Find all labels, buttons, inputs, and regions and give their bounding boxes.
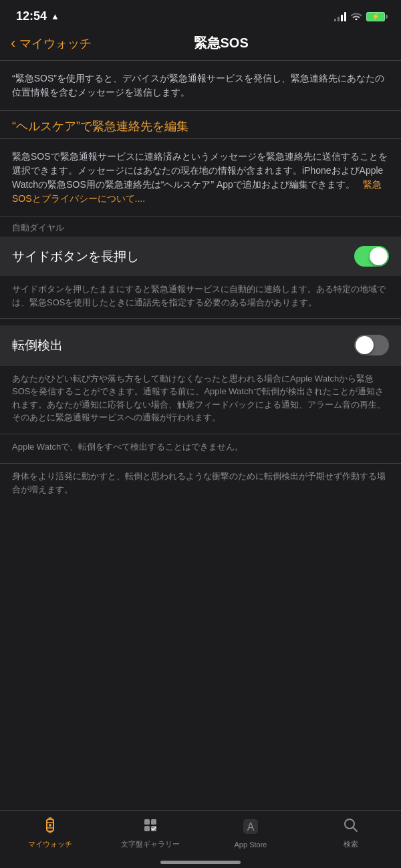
home-indicator — [160, 861, 241, 864]
my-watch-icon — [41, 816, 59, 837]
fall-detection-label: 転倒検出 — [12, 337, 63, 354]
status-bar: 12:54 ▲ ⚡ — [0, 0, 401, 29]
fall-detection-desc-3: 身体をより活発に動かすと、転倒と思われるような衝撃のために転倒検出が予期せず作動… — [0, 463, 401, 505]
back-chevron-icon: ‹ — [11, 36, 15, 51]
back-label: マイウォッチ — [19, 35, 92, 51]
fall-detection-desc-1: あなたがひどい転び方や落ち方をして動けなくなったと思われる場合にApple Wa… — [0, 366, 401, 434]
side-button-toggle[interactable] — [354, 246, 389, 267]
app-store-icon: A — [241, 817, 260, 839]
tab-bar: マイウォッチ 文字盤ギャラリー A App Store — [0, 810, 401, 868]
watch-face-label: 文字盤ギャラリー — [121, 839, 180, 849]
main-content: “緊急SOS”を使用すると、デバイスが緊急通報サービスを発信し、緊急連絡先にあな… — [0, 61, 401, 803]
search-label: 検索 — [344, 839, 358, 849]
svg-rect-6 — [144, 819, 150, 825]
status-time: 12:54 ▲ — [16, 9, 59, 23]
tab-my-watch[interactable]: マイウォッチ — [0, 816, 100, 849]
back-button[interactable]: ‹ マイウォッチ — [11, 35, 92, 51]
wifi-icon — [350, 11, 362, 23]
health-section-heading: “ヘルスケア”で緊急連絡先を編集 — [0, 110, 401, 138]
spacer-1 — [0, 319, 401, 325]
side-button-label: サイドボタンを長押し — [12, 248, 139, 265]
fall-detection-row: 転倒検出 — [0, 325, 401, 365]
battery-icon: ⚡ — [366, 12, 385, 21]
side-button-row: サイドボタンを長押し — [0, 237, 401, 276]
fall-detection-desc-2: Apple Watchで、転倒をすべて検出することはできません。 — [0, 434, 401, 463]
toggle-knob — [370, 247, 388, 265]
intro-text: “緊急SOS”を使用すると、デバイスが緊急通報サービスを発信し、緊急連絡先にあな… — [12, 71, 389, 100]
svg-line-13 — [354, 828, 358, 832]
intro-section: “緊急SOS”を使用すると、デバイスが緊急通報サービスを発信し、緊急連絡先にあな… — [0, 61, 401, 110]
signal-icon — [334, 12, 346, 21]
svg-point-5 — [49, 824, 51, 827]
svg-rect-8 — [144, 826, 150, 831]
auto-dial-label: 自動ダイヤル — [0, 216, 401, 237]
fall-detection-knob — [356, 336, 374, 354]
tab-app-store[interactable]: A App Store — [200, 817, 301, 849]
svg-rect-4 — [49, 831, 52, 834]
health-section: 緊急SOSで緊急通報サービスに連絡済みというメッセージを緊急連絡先に送信すること… — [0, 139, 401, 216]
svg-rect-7 — [151, 819, 156, 825]
tab-search[interactable]: 検索 — [301, 816, 401, 849]
auto-dial-description: サイドボタンを押したままにすると緊急通報サービスに自動的に連絡します。ある特定の… — [0, 276, 401, 318]
watch-face-icon — [141, 816, 160, 837]
fall-detection-toggle[interactable] — [354, 335, 389, 355]
svg-rect-3 — [49, 817, 52, 820]
svg-text:A: A — [247, 821, 255, 833]
page-title: 緊急SOS — [92, 34, 350, 52]
search-icon — [342, 816, 360, 837]
app-store-label: App Store — [235, 841, 267, 849]
my-watch-label: マイウォッチ — [28, 839, 72, 849]
status-icons: ⚡ — [334, 11, 385, 23]
tab-watch-face[interactable]: 文字盤ギャラリー — [100, 816, 200, 849]
time-label: 12:54 — [16, 9, 47, 23]
location-icon: ▲ — [51, 11, 59, 21]
nav-bar: ‹ マイウォッチ 緊急SOS — [0, 29, 401, 60]
health-section-text: 緊急SOSで緊急通報サービスに連絡済みというメッセージを緊急連絡先に送信すること… — [12, 150, 389, 206]
